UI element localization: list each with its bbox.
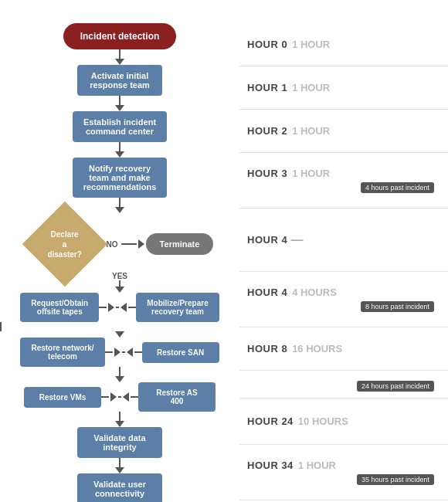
validate-user-node: Validate user connectivity (77, 473, 162, 502)
hline-m (116, 307, 119, 308)
tl-duration-1: 1 HOUR (292, 82, 330, 93)
restore-san-node: Restore SAN (142, 342, 219, 363)
milestone-3: 4 hours past incident (361, 182, 434, 193)
hline3-m (118, 396, 121, 398)
hline3-r (131, 396, 138, 398)
milestone-9: 35 hours past incident (357, 474, 434, 485)
pair-row-3: Restore VMs Restore AS 400 (0, 382, 239, 412)
arrow-yes (115, 287, 124, 293)
flowchart: Incident detection Activate initial resp… (0, 15, 239, 502)
restore-network-node: Restore network/ telecom (20, 337, 104, 367)
diamond-shape (22, 202, 107, 287)
tl-hour-5: HOUR 4 (247, 287, 287, 298)
arrow3-l (110, 392, 117, 402)
no-branch: NO Terminate (104, 233, 214, 255)
tl-inline-3: HOUR 3 1 HOUR (247, 168, 440, 179)
tl-duration-0: 1 HOUR (292, 39, 330, 50)
tl-row-2: HOUR 2 1 HOUR (239, 110, 448, 153)
tl-hour-1: HOUR 1 (247, 82, 287, 93)
terminate-node: Terminate (146, 233, 214, 255)
fc-row-0: Incident detection (0, 23, 239, 49)
tl-hour-2: HOUR 2 (247, 125, 287, 137)
connector-v3 (119, 142, 120, 151)
arrow-1 (115, 59, 124, 65)
tl-row-7: 24 hours past incident (239, 371, 448, 399)
milestone-5: 8 hours past incident (361, 301, 434, 312)
hline-l (99, 307, 107, 308)
yes-label: YES (112, 272, 127, 280)
tl-row-8: HOUR 24 10 HOURS (239, 399, 448, 445)
diamond-row: Declare a disaster? NO Terminate (0, 213, 239, 275)
establish-command-node: Establish incident command center (73, 111, 167, 142)
tl-row-6: HOUR 8 16 HOURS (239, 327, 448, 371)
tl-row-5: HOUR 4 4 HOURS 8 hours past incident (239, 272, 448, 327)
request-tapes-node: Request/Obtain offsite tapes (20, 293, 99, 322)
hline3-l (101, 396, 109, 398)
arrow-4 (115, 207, 124, 213)
tl-inline-0: HOUR 0 1 HOUR (247, 39, 440, 50)
arrow-5 (115, 331, 124, 337)
restore-as400-node: Restore AS 400 (138, 382, 216, 412)
tl-duration-8: 10 HOURS (298, 416, 348, 427)
milestone-9-wrap: 35 hours past incident (247, 471, 440, 485)
h-line-no (121, 243, 137, 245)
connector-v5 (0, 322, 2, 331)
connector-v8 (119, 458, 120, 467)
tl-row-3: HOUR 3 1 HOUR 4 hours past incident (239, 153, 448, 209)
milestone-7: 24 hours past incident (357, 381, 434, 392)
restore-vms-node: Restore VMs (24, 387, 101, 408)
no-label: NO (107, 240, 118, 249)
tl-row-4: HOUR 4 — (239, 209, 448, 272)
arrow-2 (115, 105, 124, 111)
yes-section: YES (112, 272, 127, 293)
arrow-no (138, 239, 144, 249)
mobilize-team-node: Mobilize/Prepare recovery team (136, 293, 219, 322)
connector-v2 (119, 96, 120, 105)
incident-detection-node: Incident detection (63, 23, 177, 49)
connector-v7 (119, 412, 120, 421)
tl-inline-4: HOUR 4 — (247, 233, 440, 247)
connector-v6 (119, 367, 120, 376)
tl-hour-3: HOUR 3 (247, 168, 287, 179)
validate-data-node: Validate data integrity (77, 427, 162, 458)
tl-inline-1: HOUR 1 1 HOUR (247, 82, 440, 93)
tl-row-1: HOUR 1 1 HOUR (239, 66, 448, 110)
tl-dash-4: — (287, 233, 303, 247)
tl-duration-6: 16 HOURS (292, 343, 342, 354)
tl-hour-8: HOUR 24 (247, 416, 294, 427)
tl-duration-9: 1 HOUR (298, 460, 336, 471)
tl-inline-6: HOUR 8 16 HOURS (247, 343, 440, 354)
hline2-r (134, 351, 142, 353)
connector-v1 (119, 49, 120, 59)
h-connector-2 (105, 349, 142, 355)
connector-v4 (119, 198, 120, 207)
hline-r (128, 307, 136, 308)
arrow-l (108, 303, 114, 312)
tl-inline-8: HOUR 24 10 HOURS (247, 416, 440, 427)
notify-recovery-node: Notify recovery team and make recommenda… (73, 158, 168, 198)
tl-hour-9: HOUR 34 (247, 460, 294, 471)
hline2-m (122, 351, 125, 353)
activate-team-node: Activate initial response team (77, 65, 162, 96)
tl-inline-5: HOUR 4 4 HOURS (247, 287, 440, 298)
hline2-l (105, 351, 113, 353)
tl-row-0: HOUR 0 1 HOUR (239, 23, 448, 66)
pair-row-1: Request/Obtain offsite tapes Mobilize/Pr… (0, 293, 239, 322)
timeline: HOUR 0 1 HOUR HOUR 1 1 HOUR HOUR 2 1 HOU… (239, 15, 448, 502)
connector-yes (119, 280, 120, 287)
milestone-3-wrap: 4 hours past incident (247, 179, 440, 193)
arrow-3 (115, 151, 124, 158)
h-connector-1 (99, 304, 136, 310)
arrow2-r (127, 348, 133, 357)
h-connector-3 (101, 394, 138, 400)
tl-inline-9: HOUR 34 1 HOUR (247, 460, 440, 471)
tl-inline-2: HOUR 2 1 HOUR (247, 125, 440, 137)
tl-hour-6: HOUR 8 (247, 343, 287, 354)
tl-duration-5: 4 HOURS (292, 287, 337, 298)
tl-duration-3: 1 HOUR (292, 168, 330, 179)
milestone-7-wrap: 24 hours past incident (247, 378, 440, 392)
arrow3-r (123, 392, 129, 402)
tl-duration-2: 1 HOUR (292, 125, 330, 137)
arrow-r (120, 303, 127, 312)
arrow-8 (115, 467, 124, 473)
